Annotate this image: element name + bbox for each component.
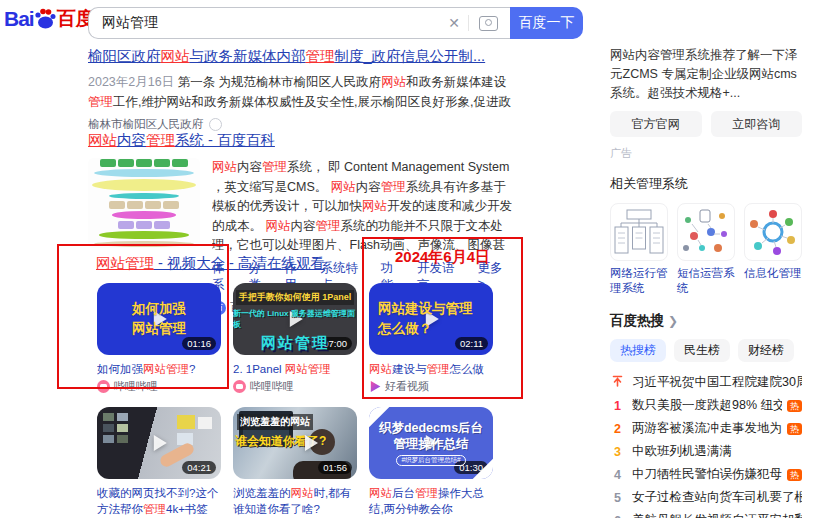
text-segment: 如何加强 bbox=[97, 363, 143, 375]
haokan-video-icon bbox=[369, 381, 381, 393]
text-segment: 网站 bbox=[212, 160, 237, 174]
text-segment: 和政务新媒体建设 bbox=[406, 75, 506, 89]
related-systems-title: 相关管理系统 bbox=[610, 175, 802, 193]
text-segment: 网站 bbox=[331, 180, 356, 194]
diagram-layer bbox=[112, 211, 176, 219]
video-caption[interactable]: 收藏的网页找不到?这个方法帮你管理4k+书签 bbox=[97, 485, 225, 517]
bilibili-icon bbox=[97, 380, 110, 393]
source-menu-icon[interactable] bbox=[209, 118, 222, 131]
hot-rank: 5 bbox=[610, 491, 625, 505]
hot-search-list: 习近平祝贺中国工程院建院30周年1数只美股一度跌超98% 纽交所回应热2两游客被… bbox=[610, 371, 802, 518]
related-item-label[interactable]: 信息化管理 bbox=[744, 266, 802, 281]
hot-search-item[interactable]: 习近平祝贺中国工程院建院30周年 bbox=[610, 371, 802, 394]
ad-text[interactable]: 网站内容管理系统推荐了解一下泽元ZCMS 专属定制企业级网站cms系统。超强技术… bbox=[610, 46, 802, 103]
video-source[interactable]: 哔哩哔哩 bbox=[97, 379, 158, 394]
baidu-paw-icon bbox=[33, 7, 57, 31]
ad-label: 广告 bbox=[610, 146, 802, 161]
result-title-link[interactable]: 榆阳区政府网站与政务新媒体内部管理制度_政府信息公开制... bbox=[88, 47, 512, 66]
video-source[interactable]: 哔哩哔哩 bbox=[233, 379, 294, 394]
hot-search-item[interactable]: 4中刀牺牲民警怕误伤嫌犯母亲未开枪热 bbox=[610, 463, 802, 486]
video-card[interactable]: 织梦dedecms后台 管理操作总结 #织梦后台管理总结# 01:30 bbox=[369, 407, 493, 479]
baidu-logo[interactable]: Bai 百度 bbox=[4, 6, 95, 32]
text-segment: 网站 bbox=[265, 219, 290, 233]
text-segment: 4k+书签 bbox=[166, 503, 208, 515]
video-cover-text: 如何加强 bbox=[132, 299, 186, 319]
video-caption[interactable]: 网站后台管理操作大总结,两分钟教会你 bbox=[369, 485, 497, 517]
video-cover-text: 网站管理 bbox=[261, 334, 329, 353]
related-item-label[interactable]: 短信运营系统 bbox=[677, 266, 735, 296]
hot-item-text[interactable]: 中欧班列机遇满满 bbox=[632, 443, 732, 460]
chevron-right-icon[interactable]: ❯ bbox=[668, 314, 678, 328]
hot-search-item[interactable]: 3中欧班列机遇满满 bbox=[610, 440, 802, 463]
hot-item-text[interactable]: 中刀牺牲民警怕误伤嫌犯母亲未开枪 bbox=[632, 466, 782, 483]
video-cover-text: 网站建设与管理 bbox=[378, 299, 473, 319]
text-segment: 网站管理 bbox=[96, 255, 154, 271]
text-segment: 管理 bbox=[143, 503, 166, 515]
photo-tile bbox=[117, 435, 128, 443]
text-segment: 网站 bbox=[381, 75, 406, 89]
result-title-link[interactable]: 网站内容管理系统 - 百度百科 bbox=[88, 131, 512, 150]
hot-item-text[interactable]: 女子过检查站向货车司机要了根大葱 bbox=[632, 489, 802, 506]
text-segment: 网站 bbox=[369, 363, 392, 375]
baike-thumbnail[interactable] bbox=[88, 158, 200, 248]
tab-finance[interactable]: 财经榜 bbox=[738, 339, 794, 362]
hot-search-item[interactable]: 5女子过检查站向货车司机要了根大葱 bbox=[610, 486, 802, 509]
video-caption[interactable]: 2. 1Panel 网站管理 bbox=[233, 361, 365, 377]
hot-search-item[interactable]: 2两游客被溪流冲走事发地为荒废景区热 bbox=[610, 417, 802, 440]
photo-tile bbox=[117, 413, 128, 421]
photo-tile bbox=[103, 435, 114, 443]
duration-badge: 01:56 bbox=[318, 461, 352, 474]
search-box[interactable]: 网站管理 ✕ bbox=[88, 7, 510, 39]
text-segment: 内容 bbox=[290, 219, 315, 233]
search-button[interactable]: 百度一下 bbox=[510, 7, 583, 39]
videos-section-title[interactable]: 网站管理 - 视频大全 - 高清在线观看 bbox=[96, 254, 325, 273]
related-item[interactable]: 短信运营系统 bbox=[677, 203, 735, 296]
tab-livelihood[interactable]: 民生榜 bbox=[674, 339, 730, 362]
diagram-layer bbox=[92, 179, 196, 191]
hot-item-text[interactable]: 美航母舰长发视频自证平安却翻车 bbox=[632, 512, 802, 518]
text-segment: 管理 bbox=[381, 180, 406, 194]
clear-icon[interactable]: ✕ bbox=[440, 15, 468, 31]
sms-ops-thumbnail bbox=[677, 203, 735, 261]
related-item[interactable]: 信息化管理 bbox=[744, 203, 802, 296]
text-segment: ? bbox=[189, 363, 195, 375]
video-caption[interactable]: 如何加强网站管理? bbox=[97, 361, 229, 377]
org-chart-thumbnail bbox=[610, 203, 668, 261]
text-segment: 管理 bbox=[262, 160, 287, 174]
hot-rank: 2 bbox=[610, 422, 625, 436]
diagram-boxes bbox=[118, 221, 170, 229]
text-segment: 后台 bbox=[392, 487, 415, 499]
search-input[interactable]: 网站管理 bbox=[89, 14, 440, 32]
text-segment: 内容 bbox=[237, 160, 262, 174]
video-cover-badge: #织梦后台管理总结# bbox=[396, 455, 465, 466]
hot-search-item[interactable]: 6美航母舰长发视频自证平安却翻车 bbox=[610, 509, 802, 518]
video-card[interactable]: 如何加强 网站管理 01:16 bbox=[97, 283, 221, 355]
video-card[interactable]: 浏览羞羞的网站 谁会知道你看了? 01:56 bbox=[233, 407, 357, 479]
text-segment: 网站 bbox=[362, 199, 387, 213]
related-item[interactable]: 网络运行管理系统 bbox=[610, 203, 668, 296]
result-source[interactable]: 榆林市榆阳区人民政府 bbox=[88, 117, 203, 132]
text-segment: 管理 bbox=[315, 219, 340, 233]
video-source[interactable]: 好看视频 bbox=[369, 379, 429, 394]
photo-tile bbox=[177, 415, 195, 429]
consult-button[interactable]: 立即咨询 bbox=[711, 111, 803, 137]
video-card[interactable]: 网站建设与管理 怎么做？ 02:11 bbox=[369, 283, 493, 355]
hot-badge: 热 bbox=[787, 469, 802, 481]
bilibili-icon bbox=[233, 380, 246, 393]
hot-item-text[interactable]: 两游客被溪流冲走事发地为荒废景区 bbox=[632, 420, 782, 437]
hot-search-title[interactable]: 百度热搜 bbox=[610, 312, 664, 330]
hot-search-item[interactable]: 1数只美股一度跌超98% 纽交所回应热 bbox=[610, 394, 802, 417]
hot-item-text[interactable]: 习近平祝贺中国工程院建院30周年 bbox=[632, 374, 802, 391]
video-caption[interactable]: 网站建设与管理怎么做 bbox=[369, 361, 501, 377]
video-card[interactable]: 手把手教你如何使用 1Panel 新一代的 Linux 服务器运维管理面板 网站… bbox=[233, 283, 357, 355]
diagram-layer bbox=[94, 169, 194, 177]
related-item-label[interactable]: 网络运行管理系统 bbox=[610, 266, 668, 296]
video-caption[interactable]: 浏览羞羞的网站时,都有谁知道你看了啥? bbox=[233, 485, 361, 517]
text-segment: 管理 bbox=[415, 487, 438, 499]
official-site-button[interactable]: 官方官网 bbox=[610, 111, 702, 137]
video-card[interactable]: 04:21 bbox=[97, 407, 221, 479]
hot-item-text[interactable]: 数只美股一度跌超98% 纽交所回应 bbox=[632, 397, 782, 414]
camera-icon[interactable] bbox=[479, 16, 498, 31]
text-segment: 内容 bbox=[356, 180, 381, 194]
tab-hot-list[interactable]: 热搜榜 bbox=[610, 339, 666, 362]
